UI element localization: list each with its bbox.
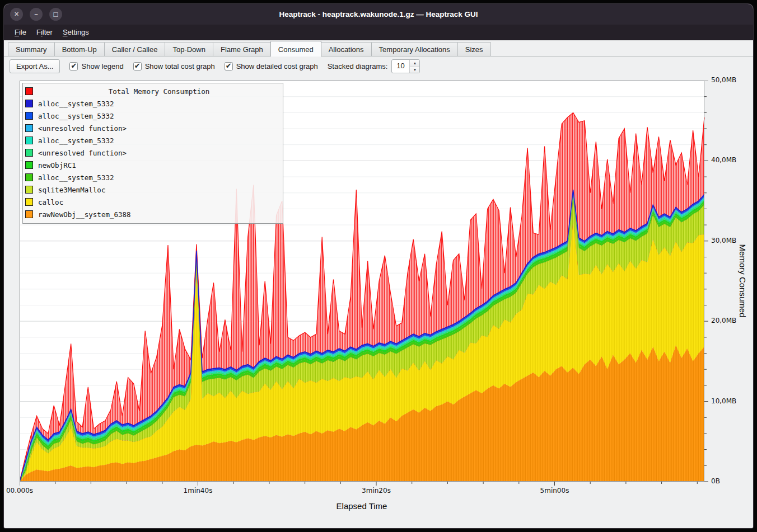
toolbar: Export As... Show legend Show total cost… (4, 57, 753, 76)
legend-swatch (25, 210, 33, 218)
y-axis-title: Memory Consumed (738, 244, 747, 318)
minimize-icon[interactable] (30, 8, 43, 21)
legend-swatch (25, 124, 33, 132)
legend-swatch (25, 100, 33, 107)
y-tick-label: 20,0MB (711, 317, 736, 324)
tab-bar: SummaryBottom-UpCaller / CalleeTop-DownF… (4, 40, 753, 57)
x-axis-title: Elapsed Time (337, 501, 387, 511)
stacked-diagrams-value[interactable]: 10 (392, 60, 409, 73)
x-tick-label: 5min00s (540, 487, 569, 495)
legend-label: <unresolved function> (38, 149, 127, 157)
tab-caller-callee[interactable]: Caller / Callee (104, 42, 166, 56)
checkbox-show-detailed-cost-graph[interactable]: Show detailed cost graph (225, 62, 318, 70)
stacked-diagrams-spinbox[interactable]: 10 (391, 59, 420, 73)
x-tick-label: 00.000s (6, 487, 33, 495)
tab-consumed[interactable]: Consumed (270, 41, 321, 57)
stacked-diagrams-group: Stacked diagrams: 10 (328, 59, 420, 73)
app-window: Heaptrack - heaptrack.wakunode.1.gz — He… (4, 4, 753, 528)
title-bar: Heaptrack - heaptrack.wakunode.1.gz — He… (4, 4, 753, 25)
menu-settings[interactable]: Settings (58, 26, 94, 39)
legend-swatch (25, 173, 33, 181)
maximize-icon[interactable] (49, 8, 62, 21)
legend-item: alloc__system_5332 (25, 134, 280, 147)
legend-label: rawNewObj__system_6388 (38, 210, 131, 219)
close-icon[interactable] (10, 8, 23, 21)
checkbox-show-legend[interactable]: Show legend (69, 62, 123, 70)
menu-bar: FileFilterSettings (4, 25, 753, 40)
legend-label: alloc__system_5332 (38, 112, 114, 120)
legend-swatch (25, 136, 33, 144)
legend-item: sqlite3MemMalloc (25, 183, 280, 196)
legend-title-row: Total Memory Consumption (25, 85, 280, 97)
chart-area: Total Memory Consumption alloc__system_5… (4, 76, 753, 528)
spin-arrows (409, 60, 419, 73)
x-tick-label: 3min20s (362, 487, 391, 495)
y-tick-label: 10,0MB (711, 397, 736, 405)
stacked-diagrams-label: Stacked diagrams: (328, 62, 388, 70)
checkbox-icon[interactable] (225, 62, 233, 70)
menu-file[interactable]: File (10, 26, 31, 39)
spin-up-icon[interactable] (410, 60, 419, 67)
window-title: Heaptrack - heaptrack.wakunode.1.gz — He… (4, 10, 753, 18)
legend-item: <unresolved function> (25, 122, 280, 134)
export-as-button[interactable]: Export As... (10, 59, 60, 73)
checkbox-icon[interactable] (133, 62, 142, 70)
legend-swatch (25, 186, 33, 194)
chart-legend: Total Memory Consumption alloc__system_5… (22, 83, 283, 224)
legend-item: <unresolved function> (25, 147, 280, 159)
legend-item: rawNewObj__system_6388 (25, 208, 280, 220)
legend-label: <unresolved function> (38, 124, 127, 133)
y-tick-label: 40,0MB (711, 156, 736, 164)
tab-summary[interactable]: Summary (8, 42, 55, 56)
legend-label: alloc__system_5332 (38, 100, 114, 108)
tab-allocations[interactable]: Allocations (321, 42, 372, 56)
legend-label: newObjRC1 (38, 161, 76, 170)
legend-label: alloc__system_5332 (38, 173, 114, 182)
checkbox-label: Show detailed cost graph (236, 62, 318, 70)
tab-sizes[interactable]: Sizes (457, 42, 491, 56)
legend-item: calloc (25, 196, 280, 208)
y-tick-label: 30,0MB (711, 237, 736, 244)
legend-title: Total Memory Consumption (38, 87, 280, 96)
tab-bottom-up[interactable]: Bottom-Up (54, 42, 105, 56)
window-controls (10, 8, 62, 21)
legend-swatch (25, 149, 33, 157)
checkbox-icon[interactable] (69, 62, 78, 70)
checkbox-label: Show legend (81, 62, 123, 70)
legend-item: alloc__system_5332 (25, 171, 280, 183)
legend-item: newObjRC1 (25, 159, 280, 171)
tab-temporary-allocations[interactable]: Temporary Allocations (371, 42, 458, 56)
y-tick-label: 50,0MB (711, 76, 736, 84)
legend-item: alloc__system_5332 (25, 110, 280, 122)
tab-flame-graph[interactable]: Flame Graph (213, 42, 271, 56)
legend-label: alloc__system_5332 (38, 136, 114, 145)
legend-label: sqlite3MemMalloc (38, 186, 105, 194)
legend-swatch (25, 198, 33, 206)
x-tick-label: 1min40s (184, 487, 213, 495)
menu-filter[interactable]: Filter (31, 26, 58, 39)
checkbox-show-total-cost-graph[interactable]: Show total cost graph (133, 62, 215, 70)
legend-item: alloc__system_5332 (25, 97, 280, 110)
spin-down-icon[interactable] (410, 67, 419, 73)
legend-swatch (25, 112, 33, 120)
legend-label: calloc (38, 198, 63, 206)
tab-top-down[interactable]: Top-Down (165, 42, 213, 56)
legend-swatch (25, 161, 33, 169)
y-tick-label: 0B (711, 477, 720, 485)
legend-title-swatch (25, 87, 33, 95)
checkbox-label: Show total cost graph (145, 62, 215, 70)
